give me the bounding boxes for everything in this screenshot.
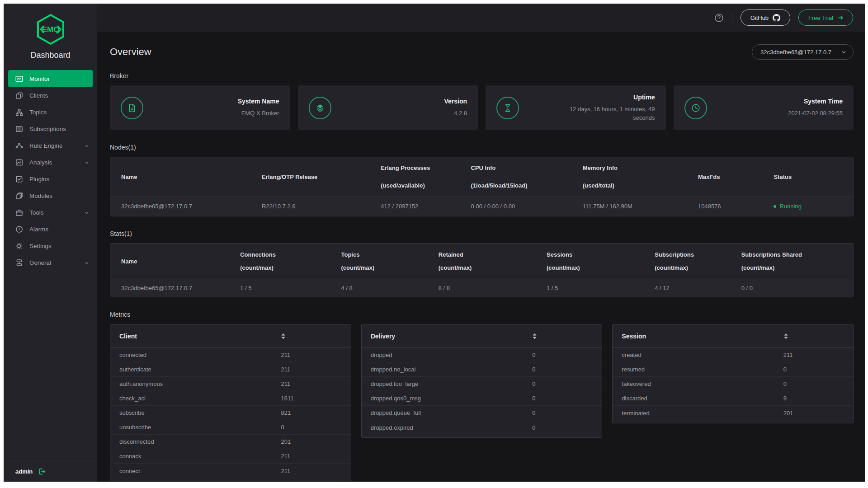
stats-column-header: Name [121, 258, 240, 265]
metrics-grid: Client connected 211 [110, 324, 854, 481]
client-metrics-body: connected 211 authenticate 211 auth.anon… [110, 348, 351, 478]
analysis-icon [15, 159, 23, 166]
page-header: Overview 32c3dbefbe65@172.17.0.7 [110, 44, 854, 60]
sidebar-item-label: Subscriptions [29, 126, 66, 132]
sidebar-footer: admin [4, 461, 97, 482]
stats-column-header: Topics (count/max) [341, 251, 438, 271]
metric-row: terminated 201 [613, 406, 853, 420]
sidebar-item-analysis[interactable]: Analysis [4, 154, 97, 171]
node-selector-value: 32c3dbefbe65@172.17.0.7 [760, 49, 831, 56]
client-metrics-table: Client connected 211 [110, 324, 351, 481]
tools-icon [15, 209, 23, 216]
metric-row: connected 211 [110, 348, 351, 362]
node-selector-dropdown[interactable]: 32c3dbefbe65@172.17.0.7 [752, 44, 854, 60]
session-metrics-header: Session [613, 324, 853, 348]
nodes-column-header: Name [121, 174, 262, 180]
node-processes-cell: 412 / 2097152 [381, 203, 471, 210]
chevron-down-icon [85, 160, 89, 165]
sidebar-item-alarms[interactable]: Alarms [4, 221, 97, 238]
nodes-table: Name Erlang/OTP Release Erlang Processes… [110, 157, 854, 216]
stats-sessions-cell: 1 / 5 [547, 285, 655, 291]
document-icon [121, 97, 143, 119]
page-title: Overview [110, 46, 151, 58]
layers-icon [309, 97, 331, 119]
sidebar-item-general[interactable]: General [4, 254, 97, 271]
chevron-down-icon [85, 144, 89, 148]
settings-icon [15, 242, 23, 250]
hourglass-icon [496, 97, 519, 119]
uptime-card: Uptime 12 days, 16 hours, 1 minutes, 49 … [486, 85, 666, 130]
metric-row: dropped.qos0_msg 0 [362, 391, 602, 406]
node-maxfds-cell: 1048576 [698, 203, 774, 210]
node-memory-cell: 111.75M / 162.90M [583, 203, 698, 210]
sidebar-item-rule-engine[interactable]: Rule Engine [4, 137, 97, 154]
sidebar-item-modules[interactable]: Modules [4, 188, 97, 204]
sidebar-item-subscriptions[interactable]: Subscriptions [4, 121, 97, 137]
sidebar-item-label: Alarms [29, 226, 48, 233]
node-status-cell: Running [774, 203, 842, 210]
sort-icon[interactable] [783, 333, 788, 339]
logout-icon[interactable] [38, 468, 46, 475]
stats-connections-cell: 1 / 5 [240, 285, 341, 291]
delivery-metrics-table: Delivery dropped 0 [361, 324, 603, 438]
metric-row: dropped.expired 0 [362, 420, 602, 435]
chevron-down-icon [85, 211, 89, 215]
topics-icon [15, 108, 23, 116]
rule-engine-icon [15, 142, 23, 150]
card-value: 2021-07-02 08:29:55 [788, 109, 843, 118]
session-metrics-table: Session created 211 [612, 324, 854, 423]
metrics-table-title: Delivery [371, 333, 395, 340]
alarms-icon [15, 225, 23, 233]
card-value: EMQ X Broker [238, 109, 279, 118]
sidebar-item-settings[interactable]: Settings [4, 238, 97, 254]
svg-text:EMQ: EMQ [42, 25, 59, 34]
broker-section-label: Broker [110, 72, 854, 80]
metric-row: dropped 0 [362, 348, 602, 362]
system-name-card: System Name EMQ X Broker [110, 85, 290, 130]
sidebar-item-tools[interactable]: Tools [4, 204, 97, 221]
sidebar-item-monitor[interactable]: Monitor [8, 70, 93, 87]
sidebar-menu: Monitor Clients Topics [4, 70, 97, 271]
github-icon [773, 14, 780, 22]
metrics-table-title: Client [119, 333, 137, 340]
sort-icon[interactable] [532, 333, 537, 339]
card-value: 12 days, 16 hours, 1 minutes, 49 seconds [553, 105, 655, 122]
nodes-column-header: Erlang Processes (used/avaliable) [381, 164, 471, 189]
sidebar-item-label: Plugins [29, 176, 49, 183]
nodes-column-header: Status [774, 174, 842, 180]
github-button[interactable]: GitHub [741, 9, 790, 26]
metric-row: connack 211 [110, 449, 351, 464]
subscriptions-icon [15, 125, 23, 133]
sort-icon[interactable] [281, 333, 286, 339]
node-otp-cell: R22/10.7.2.6 [262, 203, 381, 210]
client-metrics-header: Client [110, 324, 351, 348]
card-title: Version [444, 98, 467, 105]
free-trial-button-label: Free Trial [808, 14, 833, 21]
metric-row: check_acl 1611 [110, 391, 351, 406]
metrics-table-title: Session [622, 333, 646, 340]
sidebar-item-label: General [29, 259, 51, 266]
stats-topics-cell: 4 / 8 [341, 285, 438, 291]
stats-column-header: Connections (count/max) [240, 251, 341, 271]
sidebar-item-label: Topics [29, 109, 47, 116]
stats-retained-cell: 8 / 8 [439, 285, 547, 291]
sidebar-title: Dashboard [4, 51, 97, 60]
help-icon[interactable] [714, 13, 724, 23]
card-title: System Time [788, 98, 843, 105]
card-value: 4.2.8 [444, 109, 467, 118]
monitor-icon [15, 75, 23, 83]
sidebar-item-clients[interactable]: Clients [4, 87, 97, 104]
delivery-metrics-body: dropped 0 dropped.no_local 0 dropped.too… [362, 348, 602, 435]
chevron-down-icon [85, 261, 89, 265]
sidebar-item-plugins[interactable]: Plugins [4, 171, 97, 188]
sidebar-item-topics[interactable]: Topics [4, 104, 97, 121]
clients-icon [15, 92, 23, 99]
nodes-column-header: Erlang/OTP Release [262, 174, 381, 180]
stats-column-header: Subscriptions Shared (count/max) [741, 251, 842, 271]
nodes-section-label: Nodes(1) [110, 144, 854, 151]
free-trial-button[interactable]: Free Trial [798, 9, 853, 26]
sidebar-item-label: Analysis [29, 159, 52, 166]
emqx-hexagon-logo-icon: EMQ [36, 14, 66, 45]
metric-row: disconnected 201 [110, 435, 351, 449]
emqx-logo: EMQ [4, 4, 97, 45]
